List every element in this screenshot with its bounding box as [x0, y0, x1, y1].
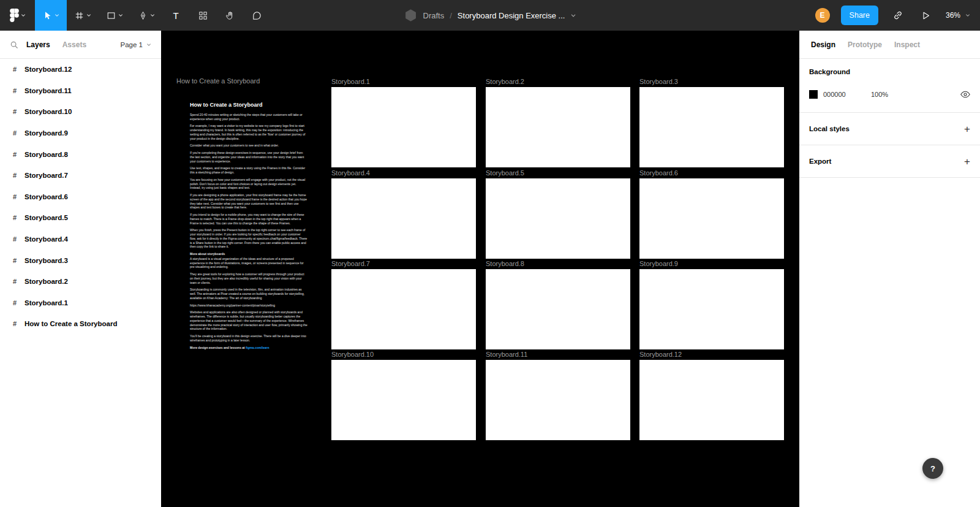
add-style-button[interactable]: + — [964, 124, 970, 134]
storyboard-frame[interactable] — [486, 360, 630, 440]
frame-icon: # — [10, 151, 20, 158]
frame-label[interactable]: Storyboard.11 — [486, 350, 630, 359]
layer-item[interactable]: #Storyboard.4 — [0, 229, 161, 250]
layer-item[interactable]: #Storyboard.10 — [0, 101, 161, 123]
frame-tool-button[interactable] — [67, 0, 99, 31]
rectangle-tool-icon — [106, 10, 116, 21]
move-tool-button[interactable] — [35, 0, 67, 31]
tab-layers[interactable]: Layers — [26, 40, 50, 49]
comment-tool-button[interactable] — [243, 0, 270, 31]
left-sidebar: Layers Assets Page 1 #Storyboard.12#Stor… — [0, 31, 161, 507]
left-panel-header: Layers Assets Page 1 — [0, 31, 161, 59]
copy-link-button[interactable] — [889, 6, 907, 25]
pen-tool-icon — [138, 10, 148, 21]
frame-label[interactable]: Storyboard.7 — [331, 259, 476, 268]
storyboard-frame-wrap: Storyboard.7 — [331, 259, 476, 349]
page-selector[interactable]: Page 1 — [121, 41, 151, 48]
frame-label[interactable]: Storyboard.2 — [486, 77, 630, 86]
tab-design[interactable]: Design — [811, 40, 835, 49]
chevron-down-icon — [965, 13, 970, 18]
layer-item[interactable]: #Storyboard.6 — [0, 186, 161, 208]
layer-item[interactable]: #Storyboard.1 — [0, 292, 161, 314]
layer-name: Storyboard.11 — [24, 87, 72, 94]
layer-name: Storyboard.10 — [24, 108, 72, 115]
layer-name: How to Create a Storyboard — [24, 320, 117, 327]
share-button[interactable]: Share — [841, 6, 878, 25]
hand-tool-icon — [225, 10, 235, 21]
storyboard-frame[interactable] — [639, 269, 784, 349]
search-icon[interactable] — [10, 40, 18, 49]
tab-assets[interactable]: Assets — [62, 40, 86, 49]
page-selector-label: Page 1 — [121, 41, 143, 48]
add-export-button[interactable]: + — [964, 156, 970, 167]
tab-prototype[interactable]: Prototype — [848, 40, 882, 49]
storyboard-frame[interactable] — [331, 87, 476, 167]
file-menu-chevron-icon[interactable] — [570, 13, 576, 18]
storyboard-frame[interactable] — [639, 178, 784, 259]
frame-label[interactable]: Storyboard.8 — [486, 259, 630, 268]
frame-icon: # — [10, 193, 20, 200]
background-hex-value[interactable]: 000000 — [823, 91, 862, 98]
storyboard-frame[interactable] — [331, 269, 476, 349]
component-tool-button[interactable] — [189, 0, 216, 31]
avatar[interactable]: E — [815, 8, 830, 23]
layer-item[interactable]: #How to Create a Storyboard — [0, 313, 161, 335]
layer-item[interactable]: #Storyboard.5 — [0, 207, 161, 229]
background-opacity-value[interactable]: 100% — [871, 91, 888, 98]
frame-label[interactable]: Storyboard.4 — [331, 169, 476, 177]
zoom-control[interactable]: 36% — [946, 11, 970, 20]
right-panel-tabs: Design Prototype Inspect — [799, 31, 980, 59]
storyboard-frame[interactable] — [486, 87, 630, 167]
storyboard-frame-wrap: Storyboard.2 — [486, 77, 630, 167]
present-button[interactable] — [918, 6, 935, 25]
frame-icon: # — [10, 278, 20, 285]
shape-tool-button[interactable] — [99, 0, 130, 31]
frame-label[interactable]: Storyboard.10 — [331, 350, 476, 359]
layer-name: Storyboard.9 — [24, 129, 68, 137]
layer-name: Storyboard.6 — [24, 193, 68, 200]
storyboard-frame-wrap: Storyboard.12 — [639, 350, 784, 440]
storyboard-frame[interactable] — [639, 87, 784, 167]
help-button[interactable]: ? — [922, 458, 943, 479]
frame-label[interactable]: Storyboard.1 — [331, 77, 476, 86]
doc-paragraph: Websites and applications are also often… — [190, 310, 307, 331]
doc-paragraph: A storyboard is a visual organization of… — [190, 257, 307, 269]
hand-tool-button[interactable] — [216, 0, 243, 31]
pen-tool-button[interactable] — [130, 0, 162, 31]
canvas[interactable]: How to Create a Storyboard How to Create… — [161, 31, 799, 507]
doc-frame-label[interactable]: How to Create a Storyboard — [176, 77, 260, 85]
layer-item[interactable]: #Storyboard.7 — [0, 165, 161, 186]
figma-menu-button[interactable] — [0, 0, 35, 31]
storyboard-frame[interactable] — [331, 178, 476, 259]
frame-label[interactable]: Storyboard.12 — [639, 350, 784, 359]
frame-label[interactable]: Storyboard.6 — [639, 169, 784, 177]
frame-label[interactable]: Storyboard.9 — [639, 259, 784, 268]
storyboard-frame[interactable] — [639, 360, 784, 440]
text-tool-button[interactable]: T — [162, 0, 189, 31]
frame-icon: # — [10, 87, 20, 94]
doc-paragraph: When you finish, press the Present butto… — [190, 228, 307, 249]
chevron-down-icon — [86, 13, 91, 18]
layer-item[interactable]: #Storyboard.11 — [0, 80, 161, 102]
frame-label[interactable]: Storyboard.3 — [639, 77, 784, 86]
storyboard-frame-wrap: Storyboard.4 — [331, 169, 476, 259]
export-section: Export + — [799, 145, 980, 178]
layer-item[interactable]: #Storyboard.8 — [0, 143, 161, 165]
frame-label[interactable]: Storyboard.5 — [486, 169, 630, 177]
color-swatch[interactable] — [809, 90, 818, 99]
file-name[interactable]: Storyboard Design Exercise ... — [458, 11, 565, 20]
doc-blocks: Spend 20-40 minutes writing or sketching… — [190, 113, 307, 350]
project-name[interactable]: Drafts — [423, 11, 445, 20]
layer-item[interactable]: #Storyboard.12 — [0, 59, 161, 80]
frame-icon: # — [10, 172, 20, 179]
storyboard-frame[interactable] — [486, 178, 630, 259]
doc-subheading: More about storyboards — [190, 252, 307, 256]
storyboard-frame[interactable] — [331, 360, 476, 440]
tab-inspect[interactable]: Inspect — [894, 40, 920, 49]
layer-item[interactable]: #Storyboard.3 — [0, 250, 161, 271]
storyboard-frame[interactable] — [486, 269, 630, 349]
frame-icon: # — [10, 108, 20, 115]
layer-item[interactable]: #Storyboard.9 — [0, 123, 161, 144]
layer-item[interactable]: #Storyboard.2 — [0, 271, 161, 292]
visibility-toggle[interactable] — [960, 91, 970, 98]
